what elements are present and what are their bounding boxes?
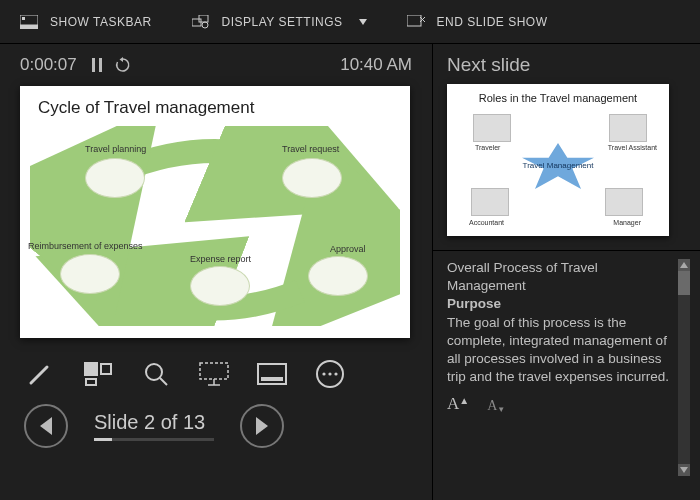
role-manager: Manager (613, 219, 641, 226)
role-traveler: Traveler (475, 144, 500, 151)
svg-rect-15 (101, 364, 111, 374)
show-taskbar-label: SHOW TASKBAR (50, 15, 152, 29)
svg-rect-16 (86, 379, 96, 385)
chevron-down-icon (359, 19, 367, 25)
svg-marker-30 (680, 262, 688, 268)
slide-counter-group: Slide 2 of 13 (94, 411, 214, 441)
black-screen-button[interactable] (198, 358, 230, 390)
notes-scrollbar[interactable] (678, 259, 690, 476)
slide-counter: Slide 2 of 13 (94, 411, 214, 434)
notes-title: Overall Process of Travel Management (447, 259, 670, 295)
svg-rect-2 (22, 17, 25, 20)
divider (433, 250, 700, 251)
scroll-thumb[interactable] (678, 271, 690, 295)
svg-rect-23 (261, 377, 283, 381)
scroll-up-button[interactable] (678, 259, 690, 271)
slide-progress (94, 438, 214, 441)
star-label: Travel Management (523, 162, 594, 171)
presenter-topbar: SHOW TASKBAR DISPLAY SETTINGS END SLIDE … (0, 0, 700, 44)
increase-font-button[interactable]: A▲ (447, 393, 469, 416)
slide-nav: Slide 2 of 13 (20, 404, 432, 448)
decrease-font-button[interactable]: A▼ (487, 393, 505, 416)
prev-slide-button[interactable] (24, 404, 68, 448)
svg-line-18 (160, 378, 167, 385)
notes-body: The goal of this process is the complete… (447, 314, 670, 387)
svg-marker-29 (256, 417, 268, 435)
end-show-icon (407, 15, 425, 29)
node-label-approval: Approval (330, 244, 366, 254)
role-travel-assistant: Travel Assistant (608, 144, 657, 151)
svg-rect-19 (200, 363, 228, 379)
display-settings-icon (192, 15, 210, 29)
presenter-tools (20, 358, 432, 390)
pause-button[interactable] (91, 58, 103, 72)
clock-time: 10:40 AM (340, 55, 412, 75)
notes-purpose-label: Purpose (447, 295, 670, 313)
restart-timer-button[interactable] (115, 57, 131, 73)
see-all-slides-button[interactable] (82, 358, 114, 390)
cycle-diagram: Travel planning Travel request Approval … (30, 126, 400, 328)
zoom-button[interactable] (140, 358, 172, 390)
svg-rect-1 (20, 25, 38, 29)
current-slide-preview[interactable]: Cycle of Travel management Travel planni… (20, 86, 410, 338)
svg-point-25 (322, 372, 325, 375)
next-slide-button[interactable] (240, 404, 284, 448)
next-slide-heading: Next slide (447, 54, 686, 76)
speaker-notes: Overall Process of Travel Management Pur… (447, 259, 686, 500)
font-size-controls: A▲ A▼ (447, 393, 670, 416)
end-slide-show-label: END SLIDE SHOW (437, 15, 548, 29)
scroll-down-button[interactable] (678, 464, 690, 476)
svg-rect-6 (407, 15, 421, 26)
svg-point-17 (146, 364, 162, 380)
subtitle-button[interactable] (256, 358, 288, 390)
next-slide-preview[interactable]: Roles in the Travel management Travel Ma… (447, 84, 669, 236)
display-settings-button[interactable]: DISPLAY SETTINGS (192, 15, 367, 29)
elapsed-timer: 0:00:07 (20, 55, 77, 75)
svg-marker-11 (119, 57, 123, 62)
scroll-track[interactable] (678, 271, 690, 464)
svg-point-5 (202, 22, 208, 28)
node-label-request: Travel request (282, 144, 339, 154)
role-accountant: Accountant (469, 219, 504, 226)
svg-line-13 (31, 367, 47, 383)
svg-rect-10 (99, 58, 102, 72)
svg-point-27 (334, 372, 337, 375)
next-slide-title: Roles in the Travel management (447, 92, 669, 104)
timer-row: 0:00:07 10:40 AM (20, 44, 432, 86)
more-options-button[interactable] (314, 358, 346, 390)
show-taskbar-button[interactable]: SHOW TASKBAR (20, 15, 152, 29)
svg-marker-31 (680, 467, 688, 473)
current-slide-title: Cycle of Travel management (38, 98, 254, 118)
display-settings-label: DISPLAY SETTINGS (222, 15, 343, 29)
end-slide-show-button[interactable]: END SLIDE SHOW (407, 15, 548, 29)
node-label-reimbursement: Reimbursement of expenses (28, 241, 143, 251)
svg-marker-28 (40, 417, 52, 435)
taskbar-icon (20, 15, 38, 29)
svg-rect-14 (84, 362, 98, 376)
pen-tool-button[interactable] (24, 358, 56, 390)
node-label-expense: Expense report (190, 254, 251, 264)
svg-point-26 (328, 372, 331, 375)
node-label-planning: Travel planning (85, 144, 146, 154)
svg-rect-9 (92, 58, 95, 72)
